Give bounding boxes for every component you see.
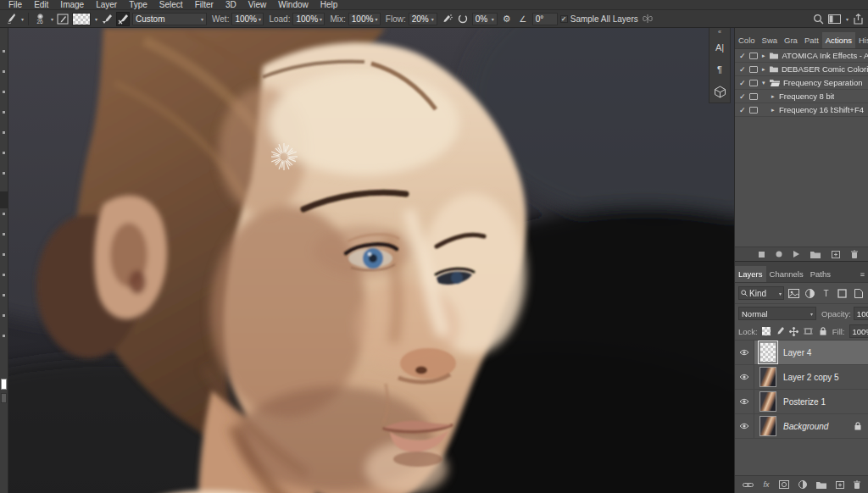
lock-artboard-icon[interactable] (804, 327, 814, 335)
action-set-row[interactable]: ✓ ▸ DEBASER Comic Coloring ... (735, 63, 868, 76)
filter-smart-objects-icon[interactable] (852, 289, 865, 298)
tab-gradients[interactable]: Gra (781, 32, 801, 48)
layer-row[interactable]: Background (735, 414, 868, 439)
layer-name[interactable]: Layer 2 copy 5 (783, 373, 839, 382)
foreground-color-swatch[interactable] (1, 379, 7, 390)
stop-recording-icon[interactable] (759, 252, 765, 258)
toggle-dialog-icon[interactable] (749, 80, 758, 86)
toggle-dialog-icon[interactable] (749, 66, 758, 73)
layer-row[interactable]: Layer 4 (735, 341, 868, 365)
layer-thumbnail[interactable] (760, 391, 776, 412)
layer-row[interactable]: Layer 2 copy 5 (735, 365, 868, 390)
wet-field[interactable]: 100% ▾ (231, 13, 264, 25)
menu-help[interactable]: Help (314, 0, 344, 9)
symmetry-icon[interactable] (641, 12, 654, 26)
layer-style-icon[interactable]: fx (763, 480, 769, 489)
visibility-eye-icon[interactable] (735, 365, 754, 389)
action-set-row[interactable]: ✓ ▾ Frequency Separation (735, 76, 868, 90)
expand-panels-icon[interactable]: « (718, 28, 721, 36)
portrait-painting[interactable] (8, 28, 734, 493)
toggle-dialog-icon[interactable] (749, 93, 758, 100)
action-check-icon[interactable]: ✓ (739, 52, 749, 60)
visibility-eye-icon[interactable] (735, 390, 754, 413)
action-row[interactable]: ✓ ▸ Frequency 8 bit (735, 90, 868, 103)
mixer-brush-tool-icon[interactable] (3, 12, 17, 26)
collapse-icon[interactable]: ▾ (762, 80, 770, 86)
sample-all-layers-checkbox[interactable]: ✓ (560, 15, 568, 23)
expand-icon[interactable]: ▸ (771, 93, 779, 100)
share-icon[interactable] (851, 12, 865, 26)
adjustment-layer-icon[interactable] (798, 480, 807, 489)
load-field[interactable]: 100% ▾ (292, 13, 325, 25)
3d-panel-icon[interactable] (709, 80, 730, 102)
clean-brush-icon[interactable] (116, 12, 130, 26)
link-layers-icon[interactable] (743, 482, 754, 488)
menu-image[interactable]: Image (54, 0, 90, 9)
menu-select[interactable]: Select (153, 0, 189, 9)
action-row[interactable]: ✓ ▸ Frequency 16 bit Shift+F4 (735, 103, 868, 117)
action-set-row[interactable]: ✓ ▸ ATOMICA Ink Effects - Au... (735, 49, 868, 63)
lock-transparency-icon[interactable] (762, 327, 771, 335)
document-canvas[interactable] (8, 28, 734, 493)
brush-angle-field[interactable]: 0° (532, 13, 558, 25)
smoothing-field[interactable]: 0% ▾ (472, 13, 498, 25)
panel-menu-icon[interactable]: ≡ (857, 270, 868, 282)
tab-patterns[interactable]: Patt (801, 32, 822, 48)
add-layer-mask-icon[interactable] (779, 480, 789, 489)
lock-position-icon[interactable] (789, 327, 799, 336)
menu-type[interactable]: Type (123, 0, 153, 9)
delete-icon[interactable] (851, 250, 858, 258)
tab-swatches[interactable]: Swa (759, 32, 781, 48)
expand-icon[interactable]: ▸ (771, 107, 779, 114)
fill-field[interactable]: 100% ▾ (849, 324, 868, 338)
blend-mode-select[interactable]: Normal ▾ (738, 307, 816, 320)
filter-type-layers-icon[interactable]: T (820, 289, 832, 298)
action-check-icon[interactable]: ✓ (739, 106, 749, 114)
airbrush-icon[interactable] (440, 12, 453, 26)
play-icon[interactable] (793, 251, 799, 258)
tab-layers[interactable]: Layers (735, 266, 766, 282)
visibility-eye-icon[interactable] (735, 414, 754, 438)
menu-file[interactable]: File (3, 0, 28, 9)
toggle-dialog-icon[interactable] (749, 107, 758, 114)
background-color-swatch[interactable] (1, 393, 7, 403)
delete-layer-icon[interactable] (854, 480, 860, 489)
menu-window[interactable]: Window (272, 0, 314, 9)
lock-paint-icon[interactable] (775, 327, 785, 335)
action-check-icon[interactable]: ✓ (739, 65, 749, 74)
tool-preset-caret[interactable]: ▾ (21, 16, 24, 22)
brush-preset-picker[interactable]: 26 (33, 12, 47, 26)
tab-color[interactable]: Colo (735, 32, 759, 48)
layer-row[interactable]: Posterize 1 (735, 390, 868, 414)
layer-name[interactable]: Background (783, 422, 828, 431)
workspace-caret[interactable]: ▾ (846, 16, 849, 22)
action-check-icon[interactable]: ✓ (739, 92, 749, 101)
layer-thumbnail[interactable] (760, 367, 776, 387)
brush-combination-select[interactable]: Custom ▾ (132, 13, 207, 25)
flow-field[interactable]: 20% ▾ (409, 13, 437, 25)
layer-name[interactable]: Layer 4 (783, 348, 811, 357)
new-group-icon[interactable] (816, 481, 826, 489)
new-set-folder-icon[interactable] (810, 251, 821, 258)
filter-adjustment-layers-icon[interactable] (804, 289, 816, 298)
expand-icon[interactable]: ▸ (762, 53, 770, 59)
lock-all-icon[interactable] (818, 327, 828, 335)
layer-name[interactable]: Posterize 1 (783, 397, 826, 407)
paragraph-panel-icon[interactable]: ¶ (709, 58, 730, 80)
filter-kind-select[interactable]: Kind ▾ (738, 286, 784, 300)
menu-view[interactable]: View (242, 0, 273, 9)
load-brush-icon[interactable] (100, 12, 114, 26)
layer-thumbnail[interactable] (760, 342, 776, 363)
new-action-icon[interactable] (832, 251, 840, 258)
opacity-field[interactable]: 100% ▾ (854, 307, 868, 320)
load-swatch-caret[interactable]: ▾ (95, 16, 97, 22)
action-check-icon[interactable]: ✓ (739, 79, 749, 87)
mix-field[interactable]: 100% ▾ (348, 13, 381, 25)
visibility-eye-icon[interactable] (735, 341, 754, 364)
toggle-brush-settings-icon[interactable] (56, 12, 70, 26)
tab-history[interactable]: Hist (855, 32, 868, 48)
tab-actions[interactable]: Actions (822, 32, 855, 48)
brush-picker-caret[interactable]: ▾ (51, 16, 53, 22)
expand-icon[interactable]: ▸ (762, 66, 770, 73)
filter-shape-layers-icon[interactable] (836, 289, 849, 298)
